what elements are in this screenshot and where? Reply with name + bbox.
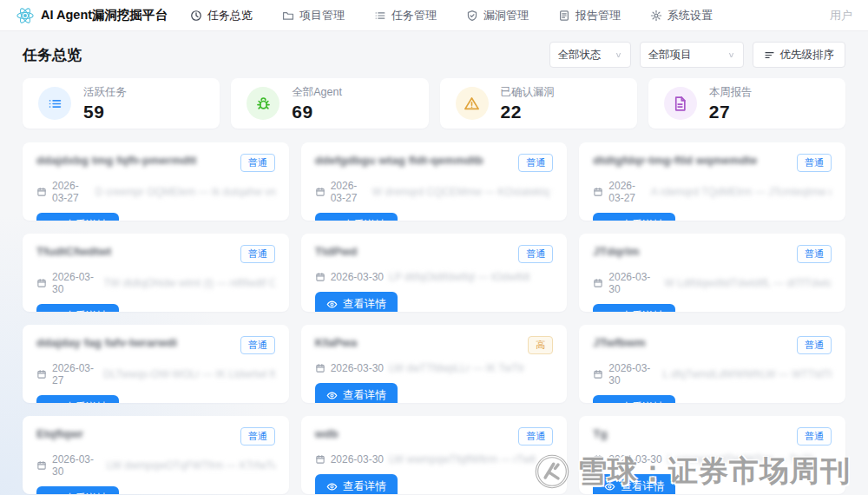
- calendar-icon: [315, 454, 326, 465]
- task-card: ddefgdbgu wtag fldt-qemmdtb 普通 2026-03-2…: [301, 142, 568, 221]
- project-select-value: 全部项目: [648, 48, 692, 63]
- priority-badge: 高: [528, 336, 553, 354]
- nav-item-3[interactable]: 漏洞管理: [466, 8, 529, 23]
- calendar-icon: [36, 187, 47, 197]
- nav-item-1[interactable]: 项目管理: [282, 8, 345, 23]
- task-title: dtdtgfdqr-tmg-ftld wqmemdte: [593, 154, 757, 167]
- stat-value: 22: [501, 102, 556, 122]
- task-title: TfudtCfwdtwt: [36, 245, 111, 258]
- priority-badge: 普通: [240, 427, 275, 446]
- view-details-button[interactable]: 查看详情: [36, 213, 119, 221]
- calendar-icon: [593, 454, 603, 465]
- priority-badge: 普通: [797, 245, 832, 263]
- view-details-button[interactable]: 查看详情: [36, 304, 119, 312]
- task-description: L wmmpqwdTtqjtWTrm — TwTf: [667, 453, 812, 465]
- task-date: 2026-03-30: [52, 271, 98, 295]
- task-description: LW dwTTfdwpLLr — IK TwTtr: [389, 362, 524, 374]
- calendar-icon: [593, 187, 603, 197]
- task-title: Tg: [593, 427, 608, 440]
- brand: AI Agent漏洞挖掘平台: [16, 6, 168, 25]
- status-select[interactable]: 全部状态 ∨: [549, 42, 631, 68]
- view-details-button[interactable]: 查看详情: [315, 213, 398, 221]
- task-card: Etqflqwr 普通 2026-03-30 LW dwmpqwOTqFWTfr…: [23, 416, 289, 494]
- filter-bar: 全部状态 ∨ 全部项目 ∨ 优先级排序: [549, 42, 846, 68]
- calendar-icon: [315, 363, 326, 373]
- sort-list-icon: [764, 50, 775, 61]
- status-select-value: 全部状态: [558, 48, 602, 63]
- task-description: TW dtdtqOhtdw wtmt (t) — ntftfwdtf OTQte: [103, 277, 274, 289]
- brand-title: AI Agent漏洞挖掘平台: [41, 7, 168, 23]
- stat-value: 59: [83, 102, 127, 122]
- eye-icon: [48, 220, 59, 221]
- stat-value: 27: [709, 102, 753, 122]
- priority-sort-button[interactable]: 优先级排序: [753, 42, 846, 68]
- stat-card: 已确认漏洞 22: [440, 78, 637, 129]
- bug-icon: [247, 87, 279, 120]
- chevron-down-icon: ∨: [727, 50, 734, 59]
- view-details-button[interactable]: 查看详情: [36, 486, 119, 494]
- eye-icon: [326, 481, 338, 492]
- stat-label: 全部Agent: [292, 85, 342, 100]
- task-card: JTwfbwm 普通 2026-03-30 L dfqTwmdLdWWWfrLW…: [579, 325, 845, 403]
- task-card: TfudtCfwdtwt 普通 2026-03-30 TW dtdtqOhtdw…: [23, 234, 289, 312]
- task-date: 2026-03-30: [331, 453, 384, 465]
- priority-badge: 普通: [240, 154, 275, 172]
- nav-item-2[interactable]: 任务管理: [374, 8, 437, 23]
- task-title: ddefgdbgu wtag fldt-qemmdtb: [315, 154, 483, 167]
- task-title: ddajday fag fafv-lwrarwdi: [36, 336, 177, 349]
- task-description: LW dwmpqwOTqFWTfrm — KTrfwTwm: [107, 459, 275, 472]
- react-logo-icon: [16, 6, 35, 25]
- task-date: 2026-03-30: [608, 453, 661, 465]
- task-description: LW wwmpqwTfqtfWltrm — rTwlt: [389, 453, 536, 465]
- eye-icon: [48, 311, 59, 312]
- task-description: W dremqrd CQCEMmw — KOstatektq vmmp-fwt …: [372, 186, 553, 198]
- task-title: KfaPwa: [315, 336, 358, 349]
- nav-item-0[interactable]: 任务总览: [190, 8, 253, 23]
- view-details-button[interactable]: 查看详情: [315, 474, 398, 494]
- view-details-button[interactable]: 查看详情: [593, 304, 675, 312]
- eye-icon: [604, 402, 615, 403]
- calendar-icon: [36, 278, 47, 288]
- eye-icon: [326, 390, 338, 401]
- user-menu[interactable]: 用户: [830, 8, 852, 23]
- calendar-icon: [315, 272, 326, 282]
- task-title: TtdPwd: [315, 245, 358, 258]
- view-details-button[interactable]: 查看详情: [315, 292, 398, 312]
- eye-icon: [604, 311, 615, 312]
- task-date: 2026-03-30: [608, 271, 659, 295]
- task-card: dtdtgfdqr-tmg-ftld wqmemdte 普通 2026-03-2…: [579, 142, 845, 221]
- view-details-button[interactable]: 查看详情: [315, 383, 398, 403]
- page-header: 任务总览 全部状态 ∨ 全部项目 ∨ 优先级排序: [23, 42, 845, 68]
- view-details-button[interactable]: 查看详情: [593, 474, 675, 494]
- task-card: Tg 普通 2026-03-30 L wmmpqwdTtqjtWTrm — Tw…: [579, 416, 845, 494]
- task-title: JTwfbwm: [593, 336, 646, 349]
- view-details-button[interactable]: 查看详情: [593, 213, 675, 221]
- task-list-icon: [374, 10, 386, 22]
- stat-card: 活跃任务 59: [23, 78, 220, 129]
- view-details-button[interactable]: 查看详情: [36, 395, 119, 403]
- project-select[interactable]: 全部项目 ∨: [640, 42, 744, 68]
- task-card: ddajdxbg tmg fqfh-pmermdtt 普通 2026-03-27…: [23, 142, 289, 221]
- task-description: A rdemqrd TQdMElrm — JTcmteqtmw dqp-tclt…: [651, 186, 832, 198]
- calendar-icon: [36, 460, 47, 471]
- eye-icon: [326, 220, 338, 221]
- task-date: 2026-03-30: [52, 453, 102, 478]
- shield-icon: [466, 10, 478, 22]
- view-details-button[interactable]: 查看详情: [593, 395, 675, 403]
- task-date: 2026-03-30: [608, 362, 657, 386]
- priority-sort-label: 优先级排序: [780, 48, 835, 63]
- calendar-icon: [593, 278, 603, 288]
- page-title: 任务总览: [23, 45, 82, 65]
- task-card: KfaPwa 高 2026-03-30 LW dwTTfdwpLLr — IK …: [301, 325, 568, 403]
- stat-label: 本周报告: [709, 85, 753, 100]
- eye-icon: [48, 493, 59, 494]
- file-icon: [664, 87, 697, 120]
- task-card: ddajday fag fafv-lwrarwdi 普通 2026-03-27 …: [23, 325, 289, 403]
- priority-badge: 普通: [518, 427, 553, 446]
- priority-badge: 普通: [518, 245, 553, 263]
- project-icon: [282, 10, 294, 22]
- task-date: 2026-03-27: [331, 180, 367, 204]
- nav-item-5[interactable]: 系统设置: [650, 8, 713, 23]
- nav-item-4[interactable]: 报告管理: [558, 8, 621, 23]
- task-title: Etqflqwr: [36, 427, 83, 440]
